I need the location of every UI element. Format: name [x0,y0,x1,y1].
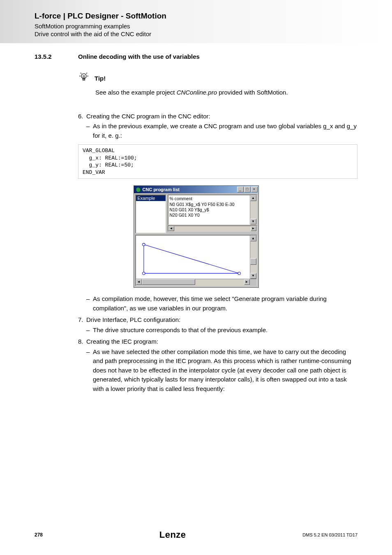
tip-label: Tip! [95,75,106,82]
code-editor[interactable]: % comment N0 G01 X$g_x$ Y0 F50 E30 E-30 … [168,194,257,225]
list-item: 7. Drive Interface, PLC configuration: [78,315,357,325]
list-sub-item: – As compilation mode, however, this tim… [86,294,357,313]
vertical-scrollbar[interactable]: ▲ ▼ [250,236,256,279]
maximize-button[interactable]: □ [244,187,251,192]
code-block: VAR_GLOBAL g_x: REAL:=100; g_y: REAL:=50… [78,144,357,179]
list-sub-item: – As we have selected the other compilat… [86,347,357,394]
tip-block: Tip! See also the example project CNConl… [78,72,357,97]
scrollbar-thumb[interactable] [142,279,195,285]
svg-point-15 [238,272,240,275]
program-list[interactable]: Example [135,194,166,234]
page-footer: 278 Lenze DMS 5.2 EN 03/2011 TD17 [35,530,357,540]
doc-subtitle-1: SoftMotion programming examples [35,23,392,30]
vertical-scrollbar[interactable]: ▲ ▼ [250,195,256,224]
svg-point-13 [142,243,145,246]
app-icon [136,187,141,192]
window-title: CNC program list [143,187,237,192]
list-sub-item: – The drive structure corresponds to tha… [86,326,357,335]
list-item-selected[interactable]: Example [136,195,166,201]
section-number: 13.5.2 [35,53,78,60]
list-item: 8. Creating the IEC program: [78,337,357,347]
footer-meta: DMS 5.2 EN 03/2011 TD17 [302,532,357,537]
svg-point-0 [81,74,86,79]
svg-line-5 [81,73,81,74]
tip-text: See also the example project CNConline.p… [95,88,357,97]
scroll-up-icon[interactable]: ▲ [250,195,256,201]
lightbulb-icon [78,72,90,85]
scroll-left-icon[interactable]: ◄ [136,279,142,285]
window-titlebar: CNC program list _ □ × [134,186,258,193]
horizontal-scrollbar[interactable]: ◄ ► [168,225,257,232]
page-number: 278 [35,532,43,538]
section-title: Online decoding with the use of variable… [78,53,200,60]
close-button[interactable]: × [251,187,258,192]
scroll-down-icon[interactable]: ▼ [250,219,256,224]
scroll-right-icon[interactable]: ► [251,226,256,231]
doc-title: L-force | PLC Designer - SoftMotion [35,12,392,21]
svg-line-6 [86,73,87,74]
page-content: 13.5.2 Online decoding with the use of v… [0,37,392,393]
scroll-right-icon[interactable]: ► [244,279,250,285]
section-heading: 13.5.2 Online decoding with the use of v… [35,53,357,60]
horizontal-scrollbar[interactable]: ◄ ► [136,279,256,285]
lenze-logo: Lenze [159,530,186,540]
doc-subtitle-2: Drive control with the aid of the CNC ed… [35,30,392,37]
list-sub-item: – As in the previous example, we create … [86,122,357,140]
path-preview[interactable]: ▲ ▼ ◄ ► [135,235,257,286]
scroll-down-icon[interactable]: ▼ [250,273,256,279]
svg-point-14 [142,272,145,275]
page-header: L-force | PLC Designer - SoftMotion Soft… [0,0,392,37]
scrollbar-thumb[interactable] [250,258,256,265]
list-item: 6. Creating the CNC program in the CNC e… [78,112,357,121]
minimize-button[interactable]: _ [237,187,244,192]
cnc-editor-screenshot: CNC program list _ □ × Example % comment… [134,185,259,288]
svg-line-12 [143,245,239,273]
scroll-left-icon[interactable]: ◄ [168,226,174,231]
scroll-up-icon[interactable]: ▲ [250,236,256,241]
